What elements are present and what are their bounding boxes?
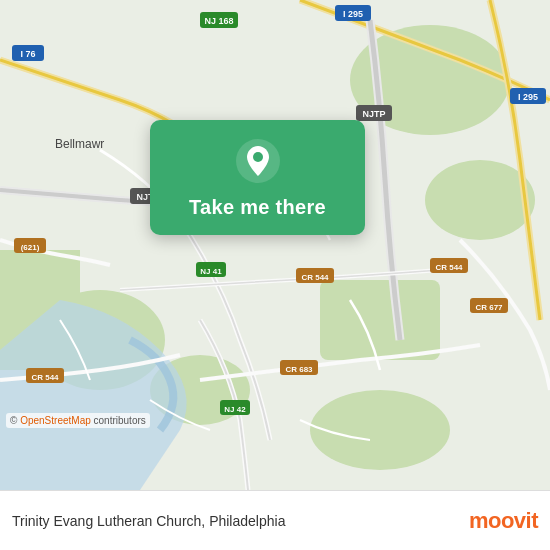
action-card: Take me there — [150, 120, 365, 235]
moovit-brand-text: moovit — [469, 508, 538, 534]
svg-text:(621): (621) — [21, 243, 40, 252]
svg-text:NJ 168: NJ 168 — [204, 16, 233, 26]
svg-rect-3 — [320, 280, 440, 360]
svg-text:CR 544: CR 544 — [301, 273, 329, 282]
map-container: I 76 NJ 168 I 295 I 295 NJTP NJTP Bellma… — [0, 0, 550, 490]
svg-text:I 295: I 295 — [343, 9, 363, 19]
location-name: Trinity Evang Lutheran Church, Philadelp… — [12, 513, 285, 529]
svg-point-7 — [310, 390, 450, 470]
svg-text:NJ 41: NJ 41 — [200, 267, 222, 276]
svg-text:NJ 42: NJ 42 — [224, 405, 246, 414]
take-me-there-button[interactable]: Take me there — [189, 196, 326, 219]
moovit-logo: moovit — [469, 508, 538, 534]
svg-text:I 295: I 295 — [518, 92, 538, 102]
svg-text:CR 677: CR 677 — [475, 303, 503, 312]
svg-text:Bellmawr: Bellmawr — [55, 137, 104, 151]
svg-text:CR 544: CR 544 — [435, 263, 463, 272]
osm-attribution: © OpenStreetMap contributors — [6, 413, 150, 428]
svg-text:NJTP: NJTP — [362, 109, 385, 119]
bottom-bar: Trinity Evang Lutheran Church, Philadelp… — [0, 490, 550, 550]
svg-point-38 — [253, 152, 263, 162]
svg-text:CR 544: CR 544 — [31, 373, 59, 382]
svg-text:CR 683: CR 683 — [285, 365, 313, 374]
svg-text:I 76: I 76 — [20, 49, 35, 59]
location-pin-icon — [235, 138, 281, 184]
